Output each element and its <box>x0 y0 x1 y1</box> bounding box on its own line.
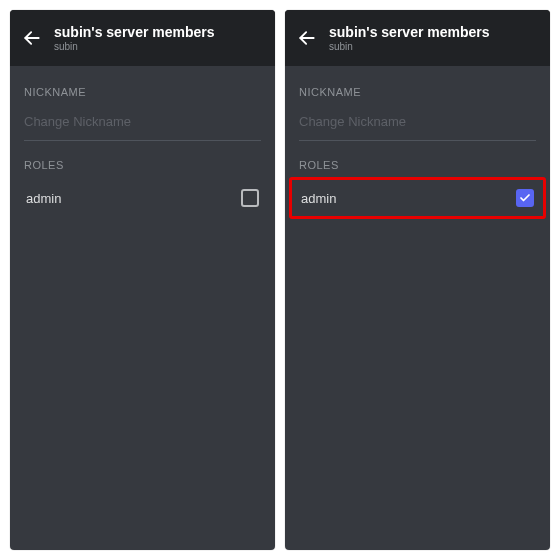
role-row-admin[interactable]: admin <box>24 177 261 219</box>
nickname-section-label: NICKNAME <box>299 86 536 98</box>
header-title: subin's server members <box>54 24 215 40</box>
roles-section-label: ROLES <box>24 159 261 171</box>
panel-right: subin's server members subin NICKNAME Ch… <box>285 10 550 550</box>
content: NICKNAME Change Nickname ROLES admin <box>10 66 275 550</box>
header-subtitle: subin <box>329 41 490 53</box>
back-button[interactable] <box>295 26 319 50</box>
back-button[interactable] <box>20 26 44 50</box>
header-titles: subin's server members subin <box>329 24 490 53</box>
role-checkbox-admin[interactable] <box>516 189 534 207</box>
role-name-admin: admin <box>26 191 61 206</box>
comparison-stage: subin's server members subin NICKNAME Ch… <box>0 0 560 560</box>
nickname-section-label: NICKNAME <box>24 86 261 98</box>
header-subtitle: subin <box>54 41 215 53</box>
nickname-placeholder: Change Nickname <box>299 114 406 129</box>
role-checkbox-admin[interactable] <box>241 189 259 207</box>
arrow-left-icon <box>22 28 42 48</box>
panel-left: subin's server members subin NICKNAME Ch… <box>10 10 275 550</box>
arrow-left-icon <box>297 28 317 48</box>
header: subin's server members subin <box>285 10 550 66</box>
header: subin's server members subin <box>10 10 275 66</box>
roles-section-label: ROLES <box>299 159 536 171</box>
header-title: subin's server members <box>329 24 490 40</box>
content: NICKNAME Change Nickname ROLES admin <box>285 66 550 550</box>
nickname-placeholder: Change Nickname <box>24 114 131 129</box>
nickname-input[interactable]: Change Nickname <box>24 104 261 141</box>
role-row-admin[interactable]: admin <box>289 177 546 219</box>
role-name-admin: admin <box>301 191 336 206</box>
check-icon <box>519 192 531 204</box>
nickname-input[interactable]: Change Nickname <box>299 104 536 141</box>
header-titles: subin's server members subin <box>54 24 215 53</box>
